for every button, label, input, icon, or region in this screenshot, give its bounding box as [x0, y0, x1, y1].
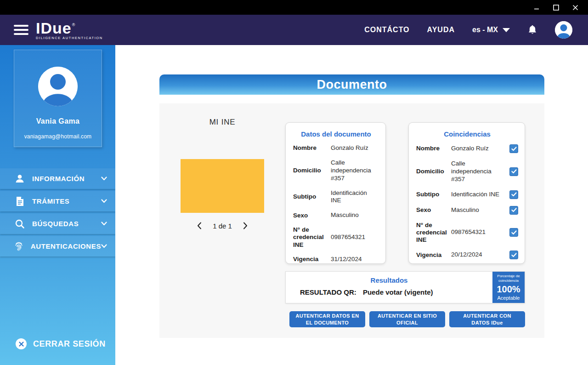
document-icon [14, 196, 26, 206]
sidebar-item-autenticaciones[interactable]: AUTENTICACIONES [0, 236, 115, 257]
chevron-down-icon [101, 244, 107, 248]
field-row: N° de credencial INE 0987654321 [416, 222, 518, 244]
pagination: 1 de 1 [196, 221, 249, 230]
logout-label: CERRAR SESIÓN [33, 339, 106, 349]
sidebar-item-label: INFORMACIÓN [32, 175, 101, 182]
close-button[interactable] [569, 2, 582, 13]
logout-button[interactable]: CERRAR SESIÓN [0, 338, 115, 349]
field-value: Masculino [331, 211, 379, 219]
search-icon [14, 219, 26, 229]
brand-tagline: DILIGENCE AUTHENTICATION [36, 36, 103, 40]
field-value: 0987654321 [331, 234, 379, 241]
profile-email: vaniagamag@hotmail.com [24, 133, 92, 140]
page-indicator: 1 de 1 [213, 222, 232, 230]
authenticate-idue-data-button[interactable]: AUTENTICAR CON DATOS IDue [449, 311, 525, 327]
language-label: es - MX [472, 26, 498, 34]
profile-name: Vania Gama [36, 117, 80, 125]
profile-card: Vania Gama vaniagamag@hotmail.com [14, 50, 102, 147]
match-checkbox[interactable] [509, 190, 518, 199]
field-label: Vigencia [416, 251, 451, 259]
user-icon [14, 174, 26, 184]
document-panel: MI INE 1 de 1 Datos del docu [159, 103, 544, 338]
field-label: Sexo [416, 206, 451, 214]
app-header: IDue® DILIGENCE AUTHENTICATION CONTÁCTO … [0, 15, 588, 45]
sidebar-item-label: AUTENTICACIONES [31, 242, 101, 250]
nav-contacto[interactable]: CONTÁCTO [364, 26, 409, 34]
profile-avatar [38, 67, 78, 106]
field-label: Domicilio [416, 168, 451, 175]
field-label: N° de credencial INE [293, 226, 331, 249]
field-row: Vigencia 31/12/2024 [293, 256, 379, 263]
badge-percent: 100% [497, 284, 520, 295]
field-row: N° de credencial INE 0987654321 [293, 226, 379, 249]
notification-bell-icon[interactable] [527, 24, 537, 35]
maximize-icon [553, 5, 559, 11]
sidebar-item-tramites[interactable]: TRÁMITES [0, 191, 115, 211]
brand-logo: IDue® DILIGENCE AUTHENTICATION [36, 20, 103, 40]
nav-ayuda[interactable]: AYUDA [427, 26, 455, 34]
document-label: MI INE [209, 118, 236, 127]
badge-status: Aceptable [498, 295, 520, 301]
sidebar-item-busquedas[interactable]: BÚSQUEDAS [0, 213, 115, 234]
match-checkbox[interactable] [509, 251, 518, 259]
main-content: Documento MI INE 1 de 1 [115, 45, 588, 365]
field-value: Gonzalo Ruíz [451, 145, 507, 153]
field-label: Sexo [293, 212, 331, 219]
header-avatar[interactable] [555, 21, 572, 39]
field-row: Domicilio Calle independencia #357 [293, 159, 379, 182]
minimize-button[interactable] [530, 2, 543, 13]
qr-result-value: Puede votar (vigente) [363, 288, 433, 296]
sidebar-item-label: BÚSQUEDAS [32, 220, 101, 228]
field-value: Calle independencia #357 [331, 159, 379, 182]
registered-mark: ® [72, 23, 75, 27]
hamburger-menu-icon[interactable] [14, 25, 28, 35]
chevron-down-icon [101, 199, 107, 203]
fingerprint-icon [14, 241, 24, 251]
match-checkbox[interactable] [509, 228, 518, 237]
field-value: Identificación INE [451, 191, 507, 199]
field-row: Sexo Masculino [416, 206, 518, 215]
field-row: Nombre Gonzalo Ruíz [416, 144, 518, 153]
action-buttons: AUTENTICAR DATOS EN EL DOCUMENTO AUTENTI… [285, 311, 525, 327]
chevron-down-icon [101, 222, 107, 226]
qr-result-label: RESULTADO QR: [300, 288, 356, 296]
window-titlebar [0, 0, 588, 15]
field-row: Vigencia 20/12/2024 [416, 251, 518, 259]
chevron-down-icon [503, 28, 510, 32]
logout-x-icon [16, 338, 27, 349]
card-document-data: Datos del documento Nombre Gonzalo Ruíz … [285, 122, 386, 264]
field-label: Domicilio [293, 167, 331, 174]
document-banner: Documento [159, 74, 544, 95]
field-row: Domicilio Calle independencia #357 [416, 160, 518, 183]
field-row: Sexo Masculino [293, 211, 379, 219]
minimize-icon [534, 5, 539, 10]
field-label: Subtipo [293, 193, 331, 200]
badge-caption: Porcentaje de coincidencia [493, 274, 524, 283]
match-percentage-badge: Porcentaje de coincidencia 100% Aceptabl… [492, 272, 525, 303]
results-title: Resultados [286, 276, 492, 284]
match-checkbox[interactable] [509, 206, 518, 215]
maximize-button[interactable] [549, 2, 562, 13]
sidebar-menu: INFORMACIÓN TRÁMITES [0, 168, 115, 257]
field-value: Calle independencia #357 [451, 160, 507, 183]
document-image [181, 159, 264, 213]
sidebar-item-informacion[interactable]: INFORMACIÓN [0, 168, 115, 189]
field-row: Nombre Gonzalo Ruíz [293, 144, 379, 152]
chevron-down-icon [101, 177, 107, 181]
field-label: Subtipo [416, 191, 451, 198]
match-checkbox[interactable] [509, 144, 518, 153]
field-value: 20/12/2024 [451, 251, 507, 259]
authenticate-official-site-button[interactable]: AUTENTICAR EN SITIO OFICIAL [369, 311, 445, 327]
sidebar: Vania Gama vaniagamag@hotmail.com INFORM… [0, 45, 115, 365]
authenticate-document-data-button[interactable]: AUTENTICAR DATOS EN EL DOCUMENTO [289, 311, 365, 327]
prev-page-button[interactable] [196, 221, 203, 230]
field-value: Gonzalo Ruíz [331, 144, 379, 152]
match-checkbox[interactable] [509, 167, 518, 176]
field-value: 31/12/2024 [331, 256, 379, 263]
language-selector[interactable]: es - MX [472, 26, 510, 34]
card-title: Datos del documento [293, 130, 379, 138]
brand-name: IDue [36, 19, 72, 37]
field-label: Nombre [416, 145, 451, 152]
next-page-button[interactable] [242, 221, 249, 230]
field-value: 0987654321 [451, 228, 507, 236]
